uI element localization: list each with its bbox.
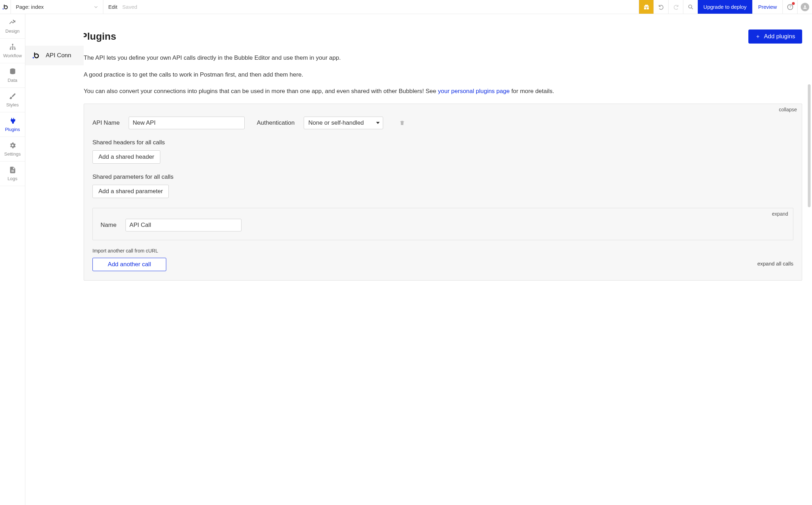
help-button[interactable]: ? [782, 0, 797, 14]
plugins-icon [9, 117, 17, 125]
gift-icon [643, 4, 650, 10]
account-button[interactable] [797, 0, 812, 14]
page-dropdown[interactable]: Page: index [11, 0, 103, 14]
undo-icon [658, 4, 664, 10]
sidebar: Design Workflow Data Styles Plugins [0, 14, 25, 505]
layout: Design Workflow Data Styles Plugins [0, 14, 812, 505]
main: API Conn Installed Plugins Add plugins T… [25, 14, 812, 505]
avatar-icon [801, 3, 809, 11]
sidebar-item-settings[interactable]: Settings [0, 137, 25, 162]
sidebar-label: Styles [6, 102, 19, 107]
plugin-name: API Conn [46, 52, 71, 59]
plugin-list: API Conn [25, 14, 84, 505]
search-button[interactable] [683, 0, 698, 14]
preview-label: Preview [758, 4, 777, 10]
sidebar-label: Design [5, 28, 19, 34]
page-dropdown-label: Page: index [16, 4, 44, 10]
svg-text:?: ? [789, 5, 791, 9]
topbar-left: Page: index Edit Saved [0, 0, 142, 14]
delete-api-button[interactable] [399, 120, 405, 126]
sidebar-label: Workflow [3, 53, 22, 58]
bottom-row: Add another call expand all calls [92, 256, 793, 271]
upgrade-button[interactable]: Upgrade to deploy [698, 0, 752, 14]
logo[interactable] [0, 0, 11, 14]
add-shared-header-button[interactable]: Add a shared header [92, 150, 160, 164]
notification-dot [792, 2, 795, 5]
svg-rect-8 [14, 48, 15, 50]
api-call-box: expand Name [92, 208, 793, 240]
edit-label[interactable]: Edit [108, 4, 117, 10]
chevron-down-icon [94, 5, 98, 9]
svg-point-10 [33, 57, 34, 59]
scrollbar[interactable] [808, 84, 811, 207]
logs-icon [9, 166, 17, 174]
page-title: Installed Plugins [84, 31, 116, 42]
add-shared-param-button[interactable]: Add a shared parameter [92, 185, 169, 198]
upgrade-label: Upgrade to deploy [703, 4, 747, 10]
add-plugins-label: Add plugins [764, 33, 795, 40]
redo-button[interactable] [668, 0, 683, 14]
redo-icon [673, 4, 679, 10]
svg-point-1 [689, 5, 692, 8]
call-name-input[interactable] [125, 219, 241, 231]
content-header: Installed Plugins Add plugins [84, 21, 802, 53]
styles-icon [9, 92, 17, 100]
intro-p2: A good practice is to get the calls to w… [84, 70, 802, 79]
sidebar-item-styles[interactable]: Styles [0, 88, 25, 112]
expand-link[interactable]: expand [772, 211, 788, 217]
content: Installed Plugins Add plugins The API le… [84, 14, 812, 505]
intro-text: The API lets you define your own API cal… [84, 53, 802, 96]
bubble-logo-icon [32, 51, 40, 60]
import-curl-label: Import another call from cURL [92, 248, 793, 254]
auth-select[interactable]: None or self-handled [304, 117, 383, 129]
edit-saved-area: Edit Saved [103, 4, 142, 10]
sidebar-label: Logs [7, 176, 17, 181]
svg-rect-6 [9, 48, 11, 50]
call-name-row: Name [101, 219, 785, 231]
sidebar-item-data[interactable]: Data [0, 63, 25, 88]
sidebar-label: Plugins [5, 127, 20, 132]
data-icon [9, 68, 17, 76]
trash-icon [399, 120, 405, 126]
auth-select-value: None or self-handled [304, 117, 383, 129]
sidebar-item-logs[interactable]: Logs [0, 162, 25, 186]
plugin-list-item[interactable]: API Conn [25, 46, 84, 65]
plus-icon [755, 34, 760, 39]
intro-p1: The API lets you define your own API cal… [84, 53, 802, 63]
api-name-label: API Name [92, 119, 120, 126]
sidebar-item-plugins[interactable]: Plugins [0, 112, 25, 137]
design-icon [9, 19, 17, 26]
sidebar-label: Data [8, 78, 17, 83]
saved-label: Saved [122, 4, 137, 10]
call-name-label: Name [101, 222, 116, 229]
expand-all-calls-link[interactable]: expand all calls [757, 261, 793, 267]
intro-p3: You can also convert your connections in… [84, 87, 802, 96]
svg-point-0 [3, 8, 4, 9]
collapse-link[interactable]: collapse [779, 107, 797, 112]
sidebar-item-design[interactable]: Design [0, 14, 25, 39]
auth-label: Authentication [257, 119, 295, 126]
add-another-call-button[interactable]: Add another call [92, 258, 166, 271]
svg-line-2 [691, 8, 693, 9]
preview-button[interactable]: Preview [752, 0, 782, 14]
shared-headers-label: Shared headers for all calls [92, 139, 793, 146]
workflow-icon [9, 43, 17, 51]
bubble-logo-icon [2, 4, 8, 10]
undo-button[interactable] [653, 0, 668, 14]
topbar: Page: index Edit Saved Upgrade to deploy… [0, 0, 812, 14]
shared-params-label: Shared parameters for all calls [92, 173, 793, 181]
settings-icon [9, 142, 17, 149]
api-definition-box: collapse API Name Authentication None or… [84, 104, 802, 281]
sidebar-item-workflow[interactable]: Workflow [0, 39, 25, 63]
svg-rect-7 [12, 48, 13, 50]
svg-rect-5 [12, 44, 13, 45]
api-name-row: API Name Authentication None or self-han… [92, 117, 793, 129]
topbar-right: Upgrade to deploy Preview ? [639, 0, 812, 14]
gift-button[interactable] [639, 0, 653, 14]
add-plugins-button[interactable]: Add plugins [748, 29, 802, 44]
api-name-input[interactable] [129, 117, 245, 129]
personal-plugins-link[interactable]: your personal plugins page [438, 88, 510, 94]
search-icon [688, 4, 694, 10]
sidebar-label: Settings [4, 151, 21, 157]
